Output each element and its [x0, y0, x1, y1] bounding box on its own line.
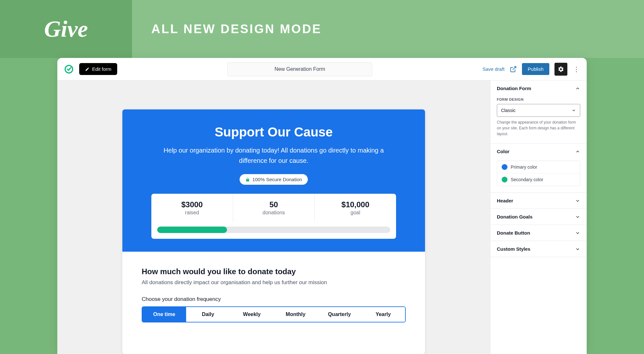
hero-logo-area: Give — [0, 0, 132, 58]
settings-sidebar: Donation Form FORM DESIGN Classic Change… — [490, 80, 587, 354]
settings-button[interactable] — [554, 63, 567, 76]
edit-form-label: Edit form — [92, 66, 111, 72]
gear-icon — [558, 66, 564, 72]
secure-donation-badge: 100% Secure Donation — [240, 174, 308, 185]
panel-header-title: Header — [497, 198, 513, 203]
main-area: Support Our Cause Help our organization … — [57, 80, 587, 354]
stat-donations-label: donations — [233, 210, 315, 216]
panel-color: Color Primary color Secondary color — [490, 144, 587, 193]
toolbar-actions: Save draft Publish ⋮ — [482, 63, 580, 76]
panel-header-head[interactable]: Header — [490, 193, 587, 209]
form-subtitle: Help our organization by donating today!… — [155, 145, 393, 166]
progress-bar-wrap — [151, 222, 396, 239]
panel-color-body: Primary color Secondary color — [490, 159, 587, 192]
progress-track — [157, 227, 390, 233]
stat-donations-value: 50 — [233, 200, 315, 209]
chevron-down-icon — [575, 214, 580, 219]
frequency-option-daily[interactable]: Daily — [186, 307, 230, 322]
amount-heading: How much would you like to donate today — [142, 267, 406, 276]
more-vertical-icon: ⋮ — [573, 65, 580, 73]
panel-custom-styles-head[interactable]: Custom Styles — [490, 241, 587, 257]
panel-donation-form-head[interactable]: Donation Form — [490, 80, 587, 96]
panel-header: Header — [490, 193, 587, 209]
external-link-icon[interactable] — [510, 66, 517, 73]
primary-color-label: Primary color — [511, 164, 537, 170]
edit-form-button[interactable]: Edit form — [79, 63, 117, 75]
editor-toolbar: Edit form Save draft Publish ⋮ — [57, 58, 587, 80]
stat-donations: 50 donations — [233, 194, 315, 222]
stats-row: $3000 raised 50 donations $10,000 goal — [151, 194, 396, 222]
chevron-down-icon — [575, 230, 580, 236]
color-list: Primary color Secondary color — [497, 161, 580, 186]
give-logo: Give — [44, 16, 88, 42]
frequency-option-one-time[interactable]: One time — [142, 307, 186, 322]
chevron-up-icon — [575, 86, 580, 91]
panel-donation-form-body: FORM DESIGN Classic Change the appearanc… — [490, 96, 587, 143]
panel-donate-button-title: Donate Button — [497, 230, 530, 236]
panel-color-title: Color — [497, 149, 509, 154]
form-title-wrap — [122, 62, 477, 76]
app-window: Edit form Save draft Publish ⋮ Support O… — [57, 58, 587, 354]
form-design-select[interactable]: Classic — [497, 104, 580, 117]
chevron-down-icon — [575, 198, 580, 203]
panel-color-head[interactable]: Color — [490, 144, 587, 159]
panel-donate-button-head[interactable]: Donate Button — [490, 225, 587, 241]
chevron-up-icon — [575, 149, 580, 154]
form-design-value: Classic — [501, 108, 516, 113]
form-header-section: Support Our Cause Help our organization … — [122, 109, 425, 252]
secondary-color-row[interactable]: Secondary color — [497, 173, 580, 186]
panel-donate-button: Donate Button — [490, 225, 587, 241]
form-design-help: Change the appearance of your donation f… — [497, 119, 580, 137]
chevron-down-icon — [572, 108, 576, 113]
primary-color-row[interactable]: Primary color — [497, 161, 580, 173]
form-amount-section: How much would you like to donate today … — [122, 252, 425, 338]
form-design-label: FORM DESIGN — [497, 98, 580, 101]
secure-badge-text: 100% Secure Donation — [252, 177, 302, 182]
svg-line-1 — [513, 66, 516, 70]
donation-form-preview: Support Our Cause Help our organization … — [122, 109, 425, 354]
stat-raised-label: raised — [151, 210, 233, 216]
frequency-option-monthly[interactable]: Monthly — [274, 307, 317, 322]
panel-donation-goals-head[interactable]: Donation Goals — [490, 209, 587, 225]
panel-donation-form-title: Donation Form — [497, 86, 531, 91]
panel-donation-goals: Donation Goals — [490, 209, 587, 225]
chevron-down-icon — [575, 247, 580, 252]
secondary-color-swatch — [502, 177, 507, 182]
secondary-color-label: Secondary color — [511, 177, 543, 182]
panel-donation-goals-title: Donation Goals — [497, 214, 533, 219]
lock-icon — [245, 177, 250, 182]
stat-goal: $10,000 goal — [315, 194, 396, 222]
hero-title: ALL NEW DESIGN MODE — [151, 22, 322, 36]
save-draft-link[interactable]: Save draft — [482, 66, 504, 72]
marketing-hero: Give ALL NEW DESIGN MODE — [0, 0, 644, 58]
stats-card: $3000 raised 50 donations $10,000 goal — [151, 194, 396, 239]
primary-color-swatch — [502, 164, 507, 170]
amount-subtext: All donations directly impact our organi… — [142, 279, 406, 286]
hero-title-area: ALL NEW DESIGN MODE — [132, 0, 644, 58]
progress-fill — [157, 227, 227, 233]
stat-raised-value: $3000 — [151, 200, 233, 209]
stat-goal-value: $10,000 — [315, 200, 396, 209]
app-logo-icon — [64, 64, 74, 74]
panel-donation-form: Donation Form FORM DESIGN Classic Change… — [490, 80, 587, 144]
more-options-button[interactable]: ⋮ — [573, 63, 580, 76]
panel-custom-styles-title: Custom Styles — [497, 246, 530, 252]
frequency-option-weekly[interactable]: Weekly — [230, 307, 274, 322]
frequency-option-quarterly[interactable]: Quarterly — [317, 307, 361, 322]
publish-button[interactable]: Publish — [522, 63, 549, 75]
frequency-group: One time Daily Weekly Monthly Quarterly … — [142, 306, 406, 322]
form-title: Support Our Cause — [142, 125, 406, 139]
frequency-option-yearly[interactable]: Yearly — [361, 307, 405, 322]
stat-raised: $3000 raised — [151, 194, 233, 222]
frequency-label: Choose your donation frequency — [142, 296, 406, 303]
form-canvas: Support Our Cause Help our organization … — [57, 80, 490, 354]
panel-custom-styles: Custom Styles — [490, 241, 587, 257]
pencil-icon — [85, 67, 90, 71]
stat-goal-label: goal — [315, 210, 396, 216]
form-title-input[interactable] — [227, 62, 372, 76]
